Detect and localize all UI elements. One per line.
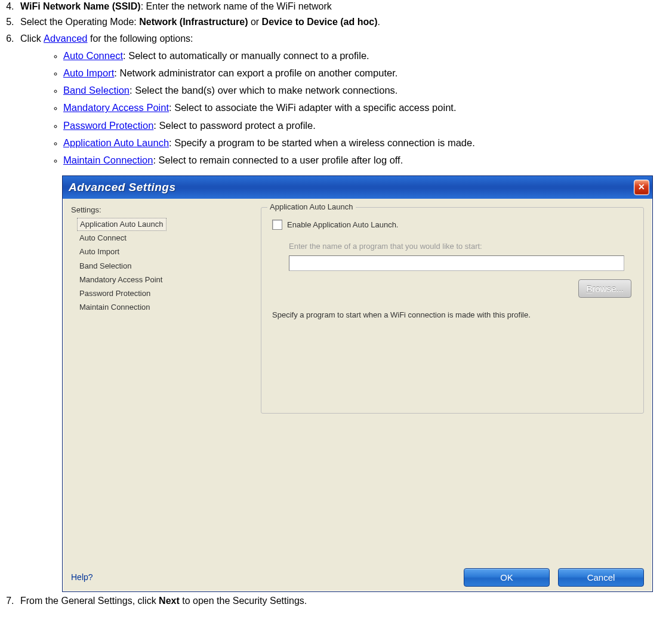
step-5-mid: or [248,17,261,27]
step-7-post: to open the Security Settings. [180,596,307,606]
settings-item[interactable]: Band Selection [77,260,250,273]
settings-item[interactable]: Mandatory Access Point [77,273,250,286]
app-auto-launch-link[interactable]: Application Auto Launch [63,137,169,148]
program-name-label: Enter the name of a program that you wou… [289,241,634,252]
cancel-button[interactable]: Cancel [558,568,644,587]
sub-item: Band Selection: Select the band(s) over … [63,84,672,97]
program-path-input[interactable] [289,255,624,271]
mandatory-ap-link[interactable]: Mandatory Access Point [63,102,169,113]
sub-rest: : Select to associate the WiFi adapter w… [169,102,456,113]
step-5-pre: Select the Operating Mode: [20,17,139,27]
advanced-settings-dialog: Advanced Settings ✕ Settings: Applicatio… [62,175,653,592]
step-6: Click Advanced for the following options… [17,32,672,592]
sub-rest: : Select to automatically or manually co… [123,50,369,61]
step-5: Select the Operating Mode: Network (Infr… [17,16,672,29]
step-4: WiFi Network Name (SSID): Enter the netw… [17,0,672,13]
dialog-title: Advanced Settings [69,180,176,196]
ok-button[interactable]: OK [464,568,550,587]
sub-rest: : Specify a program to be started when a… [169,137,475,148]
settings-label: Settings: [71,205,250,215]
maintain-connection-link[interactable]: Maintain Connection [63,155,153,165]
close-icon: ✕ [638,181,645,193]
settings-item[interactable]: Password Protection [77,287,250,300]
sub-item: Auto Import: Network administrator can e… [63,66,672,80]
sub-rest: : Select the band(s) over which to make … [130,85,397,95]
advanced-link[interactable]: Advanced [44,33,87,44]
password-protection-link[interactable]: Password Protection [63,120,153,131]
settings-list[interactable]: Application Auto Launch Auto Connect Aut… [71,217,250,314]
sub-item: Maintain Connection: Select to remain co… [63,153,672,167]
step-4-rest: : Enter the network name of the WiFi net… [141,1,332,11]
app-auto-launch-group: Application Auto Launch Enable Applicati… [261,207,644,414]
sub-item: Auto Connect: Select to automatically or… [63,49,672,63]
step-6-post: for the following options: [88,33,193,44]
settings-item[interactable]: Auto Connect [77,232,250,245]
sub-item: Password Protection: Select to password … [63,119,672,132]
step-5-b1: Network (Infrastructure) [139,17,248,27]
titlebar: Advanced Settings ✕ [63,176,652,199]
auto-connect-link[interactable]: Auto Connect [63,50,123,61]
step-4-bold: WiFi Network Name (SSID) [20,1,141,11]
help-link[interactable]: Help? [71,572,93,584]
sub-rest: : Select to remain connected to a user p… [153,155,403,165]
sub-rest: : Select to password protect a profile. [153,120,315,131]
sub-item: Mandatory Access Point: Select to associ… [63,101,672,115]
enable-checkbox-label: Enable Application Auto Launch. [287,220,398,230]
band-selection-link[interactable]: Band Selection [63,85,130,95]
close-button[interactable]: ✕ [634,180,649,195]
sub-item: Application Auto Launch: Specify a progr… [63,136,672,150]
settings-item[interactable]: Maintain Connection [77,301,250,314]
step-7-bold: Next [159,596,180,606]
settings-item[interactable]: Auto Import [77,245,250,258]
settings-item-selected[interactable]: Application Auto Launch [77,218,167,231]
step-6-pre: Click [20,33,44,44]
auto-import-link[interactable]: Auto Import [63,67,114,78]
group-description: Specify a program to start when a WiFi c… [272,310,631,320]
enable-checkbox[interactable] [272,220,282,230]
step-5-post: . [377,17,380,27]
step-7-pre: From the General Settings, click [20,596,159,606]
sub-rest: : Network administrator can export a pro… [114,67,397,78]
group-legend: Application Auto Launch [267,202,356,212]
browse-rest: rowse... [592,283,624,294]
step-5-b2: Device to Device (ad hoc) [262,17,378,27]
step-7: From the General Settings, click Next to… [17,594,672,608]
browse-button[interactable]: Browse... [578,279,631,298]
